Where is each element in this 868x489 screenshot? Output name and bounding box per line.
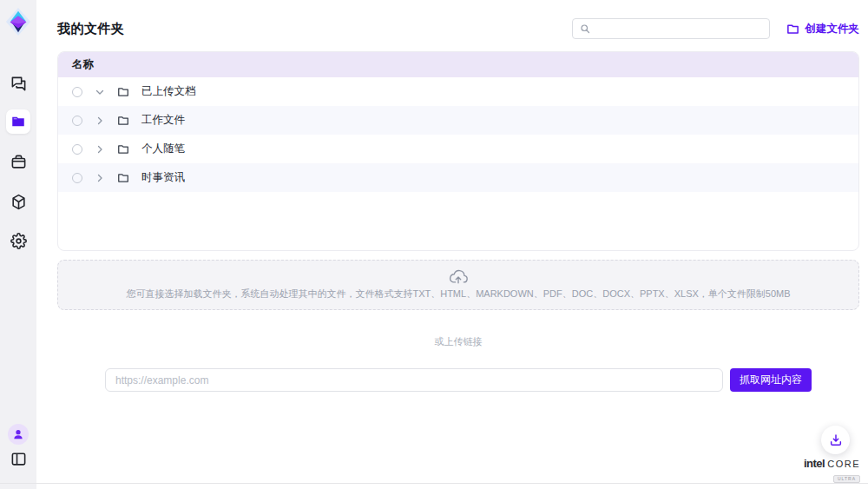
- row-checkbox[interactable]: [72, 87, 82, 97]
- chevron-right-icon[interactable]: [95, 144, 105, 155]
- link-upload-row: 抓取网址内容: [57, 368, 859, 392]
- sidebar-item-models[interactable]: [0, 194, 36, 210]
- core-wordmark: core: [827, 459, 860, 469]
- folder-row-label: 已上传文档: [141, 84, 196, 99]
- chevron-right-icon[interactable]: [95, 116, 105, 126]
- chat-icon: [10, 76, 27, 92]
- folder-icon: [117, 172, 129, 184]
- folder-row-label: 时事资讯: [141, 170, 185, 185]
- search-input[interactable]: [595, 23, 762, 35]
- folder-table: 名称 已上传文档: [57, 51, 859, 251]
- sidebar-collapse-button[interactable]: [0, 451, 36, 467]
- upload-dropzone[interactable]: 您可直接选择加载文件夹，系统自动处理其中的文件，文件格式支持TXT、HTML、M…: [57, 260, 859, 310]
- sidebar-item-chat[interactable]: [0, 76, 36, 92]
- folder-icon: [10, 114, 26, 129]
- url-input[interactable]: [105, 368, 723, 392]
- user-avatar[interactable]: [8, 424, 29, 445]
- search-box: [572, 18, 770, 39]
- chevron-down-icon[interactable]: [95, 87, 105, 97]
- main-content: 我的文件夹 创建文件夹 名称: [36, 0, 868, 489]
- cloud-upload-icon: [449, 269, 468, 285]
- link-upload-divider: 或上传链接: [57, 335, 859, 348]
- folder-icon: [117, 86, 129, 98]
- table-header-name: 名称: [58, 52, 858, 77]
- folder-icon: [117, 143, 129, 155]
- search-icon: [580, 23, 590, 34]
- page-title: 我的文件夹: [57, 21, 125, 37]
- create-folder-label: 创建文件夹: [806, 22, 860, 36]
- row-checkbox[interactable]: [72, 173, 82, 183]
- intel-wordmark: intel: [804, 458, 825, 469]
- folder-plus-icon: [786, 23, 799, 36]
- download-fab-button[interactable]: [821, 426, 850, 454]
- sidebar: [0, 0, 36, 489]
- intel-core-logo: intel core ultra: [806, 458, 860, 483]
- intel-tier-badge: ultra: [833, 475, 860, 483]
- sidebar-item-briefcase[interactable]: [0, 154, 36, 170]
- app-window: 我的文件夹 创建文件夹 名称: [0, 0, 868, 489]
- create-folder-button[interactable]: 创建文件夹: [786, 22, 860, 36]
- row-checkbox[interactable]: [72, 116, 82, 126]
- folder-row-uploaded-docs[interactable]: 已上传文档: [58, 77, 858, 106]
- chevron-right-icon[interactable]: [95, 173, 105, 183]
- topbar: 我的文件夹 创建文件夹: [57, 17, 859, 40]
- download-icon: [829, 433, 843, 447]
- folder-row-label: 个人随笔: [141, 142, 185, 156]
- sidebar-item-folders[interactable]: [6, 109, 30, 134]
- sidebar-item-settings[interactable]: [0, 233, 36, 249]
- folder-icon: [117, 115, 129, 127]
- cube-icon: [10, 194, 27, 210]
- folder-row-work-files[interactable]: 工作文件: [58, 106, 858, 135]
- table-body: 已上传文档 工作文件: [58, 77, 858, 192]
- folder-row-personal-essays[interactable]: 个人随笔: [58, 135, 858, 163]
- upload-hint: 您可直接选择加载文件夹，系统自动处理其中的文件，文件格式支持TXT、HTML、M…: [126, 287, 790, 301]
- app-logo-icon: [5, 6, 31, 37]
- panel-toggle-icon: [10, 451, 27, 467]
- fetch-url-button[interactable]: 抓取网址内容: [730, 368, 812, 392]
- briefcase-icon: [10, 154, 27, 170]
- window-bottom-divider: [0, 483, 868, 484]
- user-avatar-icon: [12, 428, 24, 440]
- folder-row-label: 工作文件: [141, 113, 185, 128]
- gear-icon: [10, 233, 27, 249]
- row-checkbox[interactable]: [72, 144, 82, 155]
- folder-row-news[interactable]: 时事资讯: [58, 163, 858, 192]
